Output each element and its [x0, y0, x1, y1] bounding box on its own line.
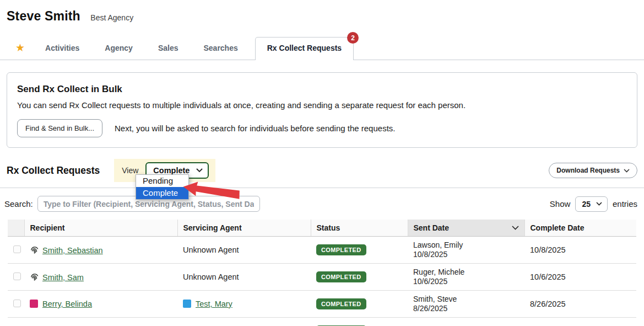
sent-date: 10/8/2025 [413, 250, 519, 259]
tab-searches[interactable]: Searches [191, 44, 250, 60]
column-header-servicing-agent[interactable]: Servicing Agent [177, 220, 311, 237]
select-all-column-header[interactable] [8, 220, 24, 237]
complete-date-cell: 5/2/2025 [524, 318, 636, 326]
requests-header: Rx Collect Requests View Complete Downlo… [0, 159, 644, 182]
agency-name: Best Agency [90, 13, 133, 22]
status-badge: COMPLETED [316, 298, 366, 309]
complete-date-cell: 10/8/2025 [524, 237, 636, 264]
recipient-cell: Smith, Sam [24, 264, 177, 291]
page-size-value: 25 [582, 200, 591, 209]
tab-bar: ★ Activities Agency Sales Searches Rx Co… [0, 38, 644, 60]
sent-date-cell: Smith, Steve 8/26/2025 [408, 291, 524, 318]
column-header-complete-date[interactable]: Complete Date [524, 220, 636, 237]
column-header-recipient[interactable]: Recipient [24, 220, 177, 237]
bulk-send-panel: Send Rx Collect in Bulk You can send Rx … [7, 72, 637, 148]
row-checkbox[interactable] [13, 245, 21, 253]
sent-date-header-label: Sent Date [414, 223, 450, 232]
agent-cell: Ford, Tom [177, 318, 311, 326]
checkbox-cell [8, 291, 24, 318]
agent-cell: Unknown Agent [177, 237, 311, 264]
bulk-panel-title: Send Rx Collect in Bulk [17, 84, 627, 95]
page-size-select[interactable]: 25 [575, 196, 608, 212]
chevron-down-icon [196, 168, 203, 173]
recipient-cell: Able, Jill [24, 318, 177, 326]
complete-date-value: 8/26/2025 [530, 300, 566, 308]
complete-date-cell: 8/26/2025 [524, 291, 636, 318]
recipient-link[interactable]: Berry, Belinda [42, 300, 92, 308]
sent-date-cell: Lawson, Emily 10/8/2025 [408, 237, 524, 264]
recipient-cell: Smith, Sebastian [24, 237, 177, 264]
complete-date-value: 10/6/2025 [530, 272, 566, 281]
sent-date: 8/26/2025 [413, 304, 519, 313]
row-checkbox[interactable] [13, 300, 21, 307]
view-label: View [122, 166, 138, 175]
tab-rx-collect-requests-label: Rx Collect Requests [267, 44, 342, 52]
agent-cell: Test, Mary [177, 291, 311, 318]
complete-date-cell: 10/6/2025 [524, 264, 636, 291]
fingerprint-icon [30, 246, 42, 255]
table-row: Berry, Belinda Test, Mary COMPLETED Smit… [8, 291, 636, 318]
sent-date-cell: Unknown User [408, 318, 524, 326]
column-header-status[interactable]: Status [311, 220, 408, 237]
view-select-value: Complete [153, 166, 190, 175]
requests-table: Recipient Servicing Agent Status Sent Da… [8, 220, 636, 326]
search-label: Search: [4, 199, 33, 209]
sent-date: 10/6/2025 [413, 277, 519, 286]
checkbox-cell [8, 264, 24, 291]
search-row: Search: Show 25 entries [0, 188, 644, 217]
status-badge: COMPLETED [316, 244, 366, 255]
checkbox-cell [8, 318, 24, 326]
tab-agency[interactable]: Agency [92, 44, 145, 60]
agent-link[interactable]: Test, Mary [196, 300, 232, 308]
status-cell: COMPLETED [311, 237, 408, 264]
page-size-group: Show 25 entries [550, 196, 637, 212]
download-requests-button[interactable]: Download Requests [549, 163, 637, 178]
sent-by: Lawson, Emily [413, 241, 519, 250]
bulk-panel-description: You can send Rx Collect requests to mult… [17, 100, 627, 110]
chevron-down-icon [596, 202, 602, 206]
status-cell: COMPLETED [311, 318, 408, 326]
status-cell: COMPLETED [311, 264, 408, 291]
entries-label: entries [613, 199, 637, 209]
agent-cell: Unknown Agent [177, 264, 311, 291]
sent-by: Ruger, Michele [413, 268, 519, 277]
tab-sales[interactable]: Sales [145, 44, 191, 60]
table-row: Smith, Sam Unknown Agent COMPLETED Ruger… [8, 264, 636, 291]
requests-title: Rx Collect Requests [7, 165, 100, 177]
table-row: Smith, Sebastian Unknown Agent COMPLETED… [8, 237, 636, 264]
tab-rx-collect-requests[interactable]: Rx Collect Requests 2 [255, 37, 354, 60]
favorite-star-icon[interactable]: ★ [9, 41, 33, 60]
table-body: Smith, Sebastian Unknown Agent COMPLETED… [8, 237, 636, 326]
page-header: Steve Smith Best Agency [0, 0, 644, 24]
status-cell: COMPLETED [311, 291, 408, 318]
sent-date-cell: Ruger, Michele 10/6/2025 [408, 264, 524, 291]
tab-activities[interactable]: Activities [33, 44, 92, 60]
recipient-link[interactable]: Smith, Sam [42, 273, 84, 282]
show-label: Show [550, 199, 571, 209]
column-header-sent-date[interactable]: Sent Date [408, 220, 524, 237]
menu-item-complete[interactable]: Complete [136, 187, 188, 199]
download-requests-label: Download Requests [556, 167, 620, 174]
recipient-cell: Berry, Belinda [24, 291, 177, 318]
chevron-down-icon [624, 169, 630, 173]
pink-square-icon [30, 300, 38, 308]
sent-by: Smith, Steve [413, 295, 519, 304]
checkbox-cell [8, 237, 24, 264]
blue-square-icon [183, 300, 191, 308]
fingerprint-icon [30, 273, 42, 282]
complete-date-value: 10/8/2025 [530, 245, 566, 254]
status-badge: COMPLETED [316, 271, 366, 282]
find-send-bulk-button[interactable]: Find & Send in Bulk... [17, 119, 102, 137]
sort-chevron-down-icon [512, 226, 519, 230]
page-title: Steve Smith [7, 9, 80, 23]
menu-item-pending[interactable]: Pending [136, 175, 188, 187]
notification-badge: 2 [347, 32, 359, 44]
table-row: Able, Jill Ford, Tom COMPLETED Unknown U… [8, 318, 636, 326]
bulk-panel-note: Next, you will be asked to search for in… [115, 124, 395, 133]
view-dropdown-menu: Pending Complete [136, 174, 189, 200]
row-checkbox[interactable] [13, 272, 21, 280]
table-header-row: Recipient Servicing Agent Status Sent Da… [8, 220, 636, 237]
recipient-link[interactable]: Smith, Sebastian [42, 246, 103, 255]
